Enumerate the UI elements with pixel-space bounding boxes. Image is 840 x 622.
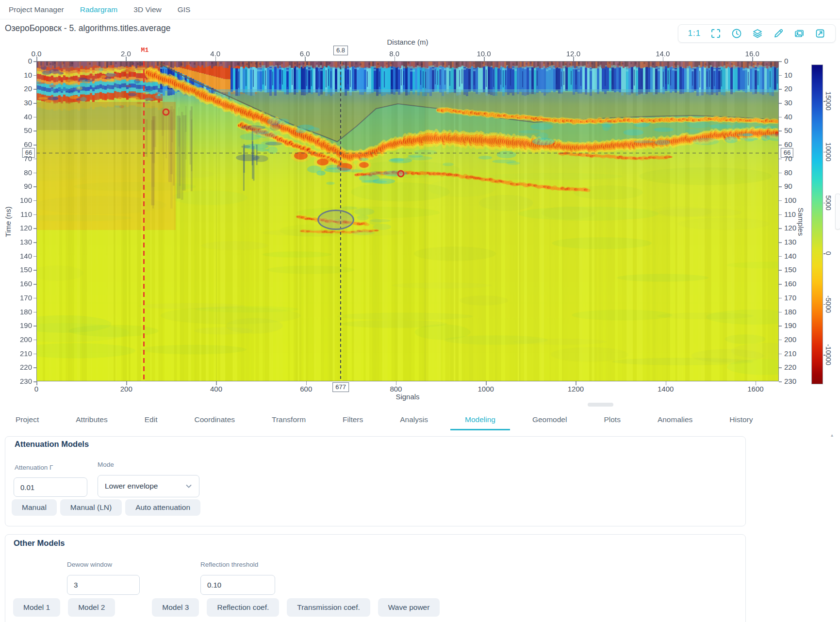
y-left-tick-label: 100 <box>13 196 32 204</box>
x-bottom-tick-label: 1200 <box>563 385 588 393</box>
y-left-tick-label: 10 <box>13 71 32 79</box>
layers-icon[interactable] <box>752 28 763 39</box>
y-right-tick <box>779 89 782 90</box>
scale-1-1-button[interactable]: 1:1 <box>688 29 701 38</box>
x-top-tick <box>215 57 216 61</box>
manual-ln-button[interactable]: Manual (LN) <box>60 499 122 516</box>
y-left-tick-label: 150 <box>13 265 32 274</box>
reflection-threshold-label: Reflection threshold <box>200 561 258 568</box>
x-top-tick <box>573 57 574 61</box>
y-right-tick-label: 60 <box>784 140 804 148</box>
y-right-tick <box>779 326 782 327</box>
y-right-tick-label: 10 <box>784 71 804 79</box>
y-left-tick-label: 180 <box>13 308 32 316</box>
dewow-window-input[interactable] <box>67 575 140 595</box>
tab-attributes[interactable]: Attributes <box>76 415 107 424</box>
fullscreen-icon[interactable] <box>710 28 722 39</box>
y-right-tick-label: 100 <box>784 196 804 204</box>
manual-button[interactable]: Manual <box>12 499 57 516</box>
tab-coordinates[interactable]: Coordinates <box>194 415 235 424</box>
x-bottom-tick <box>666 381 667 385</box>
marker-m1-line[interactable] <box>143 61 145 381</box>
nav-item-gis[interactable]: GIS <box>178 5 191 14</box>
y-left-tick-label: 210 <box>13 349 32 358</box>
y-left-tick <box>33 340 36 341</box>
y-left-tick <box>33 75 36 76</box>
colorbar-tick-label: 15000 <box>824 92 832 111</box>
x-top-tick <box>126 57 127 61</box>
colorbar-tick-label: -10000 <box>824 344 832 366</box>
x-bottom-tick-label: 800 <box>384 385 408 393</box>
annotation-circle-2[interactable] <box>397 170 405 177</box>
y-right-tick <box>779 103 782 104</box>
auto-attenuation-button[interactable]: Auto attenuation <box>125 499 200 516</box>
y-right-tick-label: 0 <box>784 57 804 65</box>
y-left-tick <box>33 381 36 382</box>
y-right-tick <box>779 270 782 271</box>
y-left-tick-label: 80 <box>13 168 32 177</box>
pane-resize-handle[interactable] <box>588 403 613 407</box>
crosshair-horizontal-line[interactable] <box>36 153 779 154</box>
crosshair-signal-box: 677 <box>332 382 349 392</box>
y-right-tick <box>779 173 782 174</box>
y-left-tick-label: 50 <box>13 126 32 134</box>
model-2-button[interactable]: Model 2 <box>68 598 115 617</box>
tab-geomodel[interactable]: Geomodel <box>532 415 567 424</box>
nav-item-project-manager[interactable]: Project Manager <box>9 5 64 14</box>
mode-select[interactable]: Lower envelope <box>98 475 199 497</box>
tab-anomalies[interactable]: Anomalies <box>658 415 692 424</box>
page-scrollbar-thumb[interactable] <box>835 194 840 229</box>
reflection-threshold-input[interactable] <box>200 575 275 595</box>
y-right-tick-label: 220 <box>784 363 804 371</box>
y-left-tick-label: 0 <box>13 57 32 65</box>
x-bottom-tick-label: 1000 <box>474 385 498 393</box>
annotation-ellipse[interactable] <box>317 210 354 230</box>
other-models-buttons-row: Model 1 Model 2 Model 3 Reflection coef.… <box>13 598 440 617</box>
nav-item-3d-view[interactable]: 3D View <box>133 5 161 14</box>
x-top-tick <box>752 57 753 61</box>
open-external-icon[interactable] <box>814 28 826 39</box>
tab-analysis[interactable]: Analysis <box>400 415 428 424</box>
y-right-tick-label: 180 <box>784 308 804 316</box>
tab-history[interactable]: History <box>729 415 753 424</box>
pencil-icon[interactable] <box>773 28 784 39</box>
history-clock-icon[interactable] <box>731 28 742 39</box>
pane-scroll-up-icon[interactable]: ▴ <box>831 432 833 438</box>
attenuation-gamma-input[interactable] <box>14 477 87 497</box>
radargram-canvas[interactable] <box>36 61 779 381</box>
y-left-tick-label: 130 <box>13 238 32 246</box>
tab-project[interactable]: Project <box>16 415 39 424</box>
annotation-circle-1[interactable] <box>163 108 170 115</box>
x-top-tick <box>305 57 306 61</box>
y-left-tick <box>33 214 36 215</box>
y-left-tick-label: 70 <box>13 154 32 163</box>
model-1-button[interactable]: Model 1 <box>13 598 60 617</box>
radargram-app: Project Manager Radargram 3D View GIS Оз… <box>0 0 840 622</box>
tab-transform[interactable]: Transform <box>272 415 306 424</box>
tab-plots[interactable]: Plots <box>604 415 620 424</box>
x-bottom-tick <box>576 381 576 385</box>
y-right-tick-label: 170 <box>784 294 804 302</box>
tab-filters[interactable]: Filters <box>343 415 363 424</box>
model-3-button[interactable]: Model 3 <box>152 598 199 617</box>
x-bottom-tick <box>36 381 37 385</box>
tab-edit[interactable]: Edit <box>145 415 158 424</box>
snapshot-icon[interactable] <box>793 28 805 39</box>
y-left-tick <box>33 200 36 201</box>
reflection-coef-button[interactable]: Reflection coef. <box>207 598 279 617</box>
y-left-tick-label: 140 <box>13 252 32 260</box>
y-right-tick <box>779 145 782 146</box>
attenuation-gamma-label: Attenuation Γ <box>15 464 53 471</box>
y-right-tick-label: 160 <box>784 279 804 288</box>
transmission-coef-button[interactable]: Transmission coef. <box>287 598 370 617</box>
nav-item-radargram[interactable]: Radargram <box>80 5 118 14</box>
colorbar-tick <box>824 152 825 153</box>
y-right-tick <box>779 117 782 118</box>
wave-power-button[interactable]: Wave power <box>378 598 440 617</box>
tab-modeling[interactable]: Modeling <box>465 415 495 424</box>
y-left-tick <box>33 89 36 90</box>
attenuation-buttons-row: Manual Manual (LN) Auto attenuation <box>12 499 200 516</box>
y-left-tick <box>33 298 36 299</box>
colorbar-tick-label: 10000 <box>824 142 832 161</box>
y-right-tick <box>779 242 782 243</box>
